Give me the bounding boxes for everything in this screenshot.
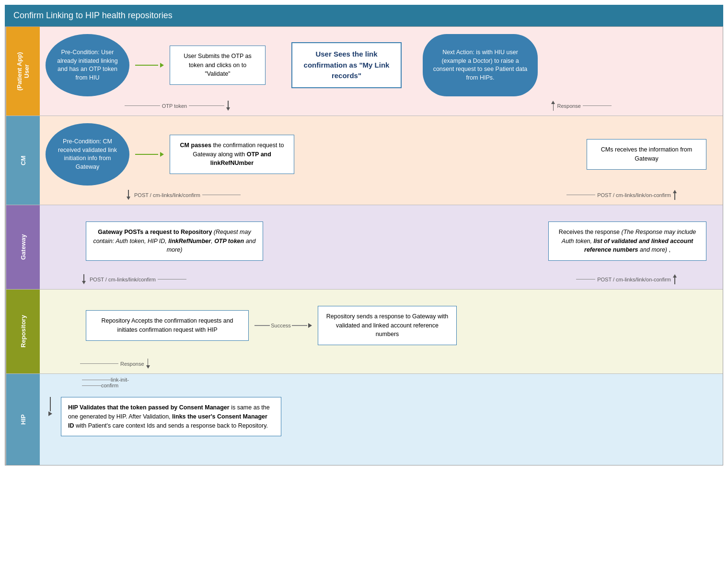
cm-box1-bold1: CM passes <box>180 142 211 149</box>
diagram-title: Confirm Linking to HIP health repositori… <box>5 5 723 26</box>
user-lane: User(Patient App) Pre-Condition: User al… <box>5 27 723 116</box>
cm-oval1: Pre-Condition: CM received validated lin… <box>46 123 129 186</box>
hip-link-init-arrow: link-init- <box>82 377 129 383</box>
user-box1: User Submits the OTP as token and clicks… <box>170 46 266 85</box>
user-up-arrow <box>551 101 555 111</box>
cm-confirm-label: POST / cm-links/link/on-confirm <box>597 192 671 198</box>
user-arrows: OTP token Response <box>40 101 723 116</box>
user-oval2-text: Next Action: is with HIU user (example a… <box>432 48 528 82</box>
user-arrow1-line <box>135 65 158 66</box>
hip-link-init-label: link-init- <box>111 377 129 383</box>
gateway-box1-bi1: linkRefNumber <box>168 238 211 244</box>
hip-confirm-arrows: confirm <box>40 383 723 390</box>
repository-lane-main: Repository Accepts the confirmation requ… <box>40 290 723 359</box>
cm-post-arrow: POST / cm-links/link/confirm <box>46 190 241 200</box>
gateway-post-label: POST / cm-links/link/confirm <box>90 277 156 282</box>
hip-box1-b1: HIP Validates that the token passed by C… <box>68 404 230 411</box>
cm-box2-text: CMs receives the information from Gatewa… <box>601 146 692 162</box>
diagram-body: User(Patient App) Pre-Condition: User al… <box>5 26 723 465</box>
gateway-box2-i1: (The Response may include Auth token, li… <box>562 229 696 254</box>
gateway-box1-bi2: OTP token <box>214 238 244 244</box>
cm-arrows: POST / cm-links/link/confirm POST / cm-l… <box>40 190 723 205</box>
cm-down2 <box>673 190 677 200</box>
repository-lane-body: Repository Accepts the confirmation requ… <box>40 290 723 373</box>
user-arrow1 <box>135 63 164 68</box>
cm-arrow1-head <box>160 152 164 157</box>
cm-lane-body: Pre-Condition: CM received validated lin… <box>40 116 723 205</box>
cm-lane-main: Pre-Condition: CM received validated lin… <box>40 116 723 190</box>
user-box1-text: User Submits the OTP as token and clicks… <box>184 53 252 78</box>
repository-success-arrow: Success <box>254 323 312 328</box>
gateway-lane-body: Gateway POSTs a request to Repository (R… <box>40 205 723 289</box>
cm-arrow1-line <box>135 154 158 155</box>
repository-success-label: Success <box>271 323 291 328</box>
user-box2: User Sees the link confirmation as "My L… <box>291 42 402 88</box>
cm-lane: CM Pre-Condition: CM received validated … <box>5 116 723 205</box>
hip-lane-main: HIP Validates that the token passed by C… <box>40 390 723 465</box>
cm-down-arrow <box>127 190 130 200</box>
user-lane-body: Pre-Condition: User already initiated li… <box>40 27 723 116</box>
repository-response-arrow: Response <box>80 359 150 369</box>
user-response-label: Response <box>557 103 581 109</box>
hip-top-arrows: link-init- <box>40 374 723 383</box>
user-oval2: Next Action: is with HIU user (example a… <box>423 34 538 96</box>
cm-arrow1 <box>135 152 164 157</box>
repository-arrows: Response <box>40 359 723 373</box>
repo-response-line <box>148 359 149 365</box>
gateway-box1: Gateway POSTs a request to Repository (R… <box>86 221 263 261</box>
repository-box1: Repository Accepts the confirmation requ… <box>86 310 249 341</box>
cm-box1: CM passes the confirmation request to Ga… <box>170 135 294 174</box>
gateway-confirm-arrow: POST / cm-links/link/on-confirm <box>576 274 717 284</box>
repository-box2: Repository sends a response to Gateway w… <box>318 306 457 345</box>
cm-lane-label: CM <box>5 116 40 205</box>
user-arrow1-head <box>160 63 164 68</box>
cm-box1-bold2: OTP and linkRefNUmber <box>210 151 271 167</box>
user-otp-label: OTP token <box>162 103 187 109</box>
gateway-up-line <box>674 278 675 284</box>
hip-confirm-arrow: confirm <box>82 383 118 388</box>
gateway-box2: Receives the response (The Response may … <box>548 221 706 261</box>
repository-arrow-right <box>308 323 312 328</box>
hip-box1: HIP Validates that the token passed by C… <box>61 397 281 436</box>
hip-lane-label: HIP <box>5 374 40 465</box>
repository-box2-text: Repository sends a response to Gateway w… <box>326 313 448 338</box>
gateway-box2-bi1: list of validated and linked account ref… <box>584 238 693 254</box>
hip-arrow-indicator <box>46 397 55 416</box>
user-lane-main: Pre-Condition: User already initiated li… <box>40 27 723 101</box>
gateway-down-arrow <box>82 274 86 284</box>
user-lane-label: User(Patient App) <box>5 27 40 116</box>
user-otp-arrow: OTP token <box>125 101 230 111</box>
gateway-lane: Gateway Gateway POSTs a request to Repos… <box>5 205 723 290</box>
cm-oval1-text: Pre-Condition: CM received validated lin… <box>55 138 120 171</box>
user-otp-down <box>226 101 230 111</box>
diagram-wrapper: Confirm Linking to HIP health repositori… <box>0 0 728 470</box>
gateway-post-arrow: POST / cm-links/link/confirm <box>46 274 186 284</box>
repo-response-arrow <box>146 365 150 369</box>
cm-confirm-arrow: POST / cm-links/link/on-confirm <box>566 190 717 200</box>
hip-box1-b2: links the user's Consent Manager ID <box>68 413 267 429</box>
user-oval1: Pre-Condition: User already initiated li… <box>46 34 129 96</box>
hip-confirm-label: confirm <box>101 383 118 388</box>
cm-post-label: POST / cm-links/link/confirm <box>134 192 200 198</box>
user-oval1-text: Pre-Condition: User already initiated li… <box>55 48 120 82</box>
repository-response-label: Response <box>120 361 144 367</box>
user-response-arrow: Response <box>551 101 612 111</box>
repository-lane: Repository Repository Accepts the confir… <box>5 290 723 374</box>
gateway-box1-b1: Gateway POSTs a request to Repository <box>98 229 212 235</box>
cm-box2: CMs receives the information from Gatewa… <box>587 139 706 170</box>
gateway-up-arrowhead <box>673 274 677 278</box>
gateway-lane-label: Gateway <box>5 205 40 289</box>
hip-lane-body: link-init- confirm <box>40 374 723 465</box>
gateway-confirm-label: POST / cm-links/link/on-confirm <box>597 277 671 282</box>
gateway-arrows: POST / cm-links/link/confirm POST / cm-l… <box>40 274 723 289</box>
repository-lane-label: Repository <box>5 290 40 373</box>
hip-lane: HIP link-init- confirm <box>5 374 723 465</box>
repository-box1-text: Repository Accepts the confirmation requ… <box>101 317 233 333</box>
user-box2-text: User Sees the link confirmation as "My L… <box>304 50 390 80</box>
gateway-lane-main: Gateway POSTs a request to Repository (R… <box>40 205 723 274</box>
